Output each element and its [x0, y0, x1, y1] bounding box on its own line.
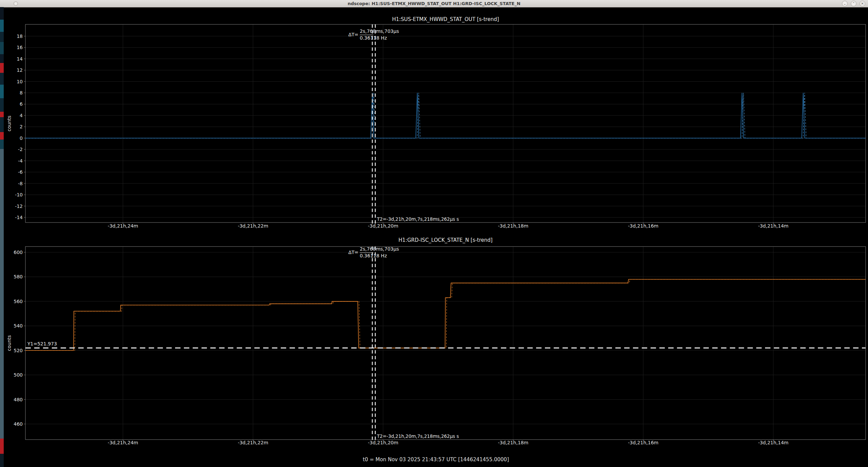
trace-mean	[25, 279, 866, 351]
x-tick-label: -3d,21h,14m	[758, 440, 788, 445]
y-tick-label: 580	[14, 274, 23, 279]
x-tick-label: -3d,21h,22m	[238, 440, 268, 445]
delta-t-time: 2s,768ms,703μs	[360, 28, 399, 34]
y-tick-label: -6	[18, 169, 23, 175]
y-tick-label: 600	[14, 250, 23, 255]
x-tick-label: -3d,21h,22m	[238, 223, 268, 229]
delta-t-freq: 0.36118 Hz	[360, 253, 387, 258]
y-tick-label: 6	[20, 101, 23, 107]
x-tick-label: -3d,21h,20m	[368, 440, 398, 445]
y-tick-label: 2	[20, 124, 23, 129]
y-tick-label: 10	[17, 79, 23, 84]
y-tick-label: 480	[14, 397, 23, 402]
y-tick-label: 560	[14, 299, 23, 304]
plot-title: H1:SUS-ETMX_HWWD_STAT_OUT [s-trend]	[392, 16, 499, 23]
x-tick-label: -3d,21h,14m	[758, 223, 788, 229]
y-tick-label: 8	[20, 90, 23, 95]
y-tick-label: 520	[14, 348, 23, 353]
ndscope-window: ndscope: H1:SUS-ETMX_HWWD_STAT_OUT H1:GR…	[0, 0, 868, 467]
t2-cursor-label: T2=-3d,21h,20m,7s,218ms,262μs s	[377, 216, 459, 222]
y-tick-label: 540	[14, 323, 23, 328]
x-tick-label: -3d,21h,16m	[628, 440, 658, 445]
y-tick-label: -4	[18, 158, 23, 164]
y-axis-label: counts	[6, 335, 12, 351]
x-tick-label: -3d,21h,18m	[498, 223, 528, 229]
delta-t-time: 2s,768ms,703μs	[360, 246, 399, 252]
y-tick-label: -14	[15, 215, 23, 220]
delta-t-prefix: ΔT=	[348, 32, 358, 37]
y-tick-label: 4	[20, 113, 23, 118]
t2-cursor-label: T2=-3d,21h,20m,7s,218ms,262μs s	[377, 433, 459, 439]
delta-t-prefix: ΔT=	[348, 250, 358, 255]
x-tick-label: -3d,21h,24m	[108, 223, 138, 229]
y-tick-label: 16	[17, 45, 23, 50]
y-axis-label: counts	[6, 115, 12, 131]
x-tick-label: -3d,21h,20m	[368, 223, 398, 229]
y-tick-label: 12	[17, 67, 23, 73]
y-tick-label: 500	[14, 372, 23, 378]
y-tick-label: -12	[15, 204, 23, 209]
y-tick-label: -8	[18, 181, 23, 186]
x-tick-label: -3d,21h,16m	[628, 223, 658, 229]
y-tick-label: 14	[17, 56, 23, 62]
delta-t-freq: 0.36118 Hz	[360, 35, 387, 41]
y-tick-label: -2	[18, 147, 23, 152]
plot-canvas[interactable]: -3d,21h,24m-3d,21h,22m-3d,21h,20m-3d,21h…	[0, 0, 868, 467]
y-tick-label: 0	[20, 135, 23, 141]
axes-box[interactable]	[25, 247, 866, 440]
x-tick-label: -3d,21h,24m	[108, 440, 138, 445]
y1-cursor-label: Y1=521.973	[27, 341, 57, 346]
y-tick-label: 18	[17, 34, 23, 39]
y-tick-label: 460	[14, 421, 23, 427]
x-tick-label: -3d,21h,18m	[498, 440, 528, 445]
t0-status: t0 = Mon Nov 03 2025 21:43:57 UTC [14462…	[4, 454, 868, 465]
y-tick-label: -10	[15, 192, 23, 197]
axes-box[interactable]	[25, 24, 866, 222]
plot-title: H1:GRD-ISC_LOCK_STATE_N [s-trend]	[399, 237, 493, 243]
